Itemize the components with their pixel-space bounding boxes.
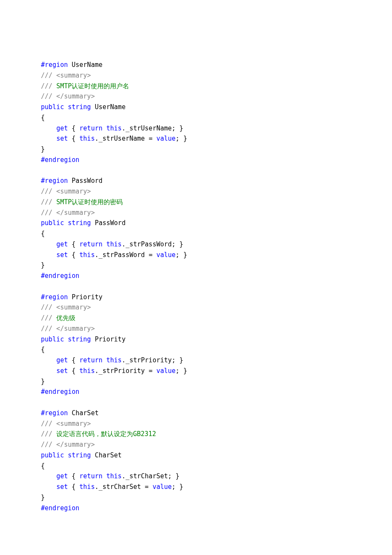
code-block: #region UserName /// <summary> /// SMTP认… — [41, 60, 392, 513]
code-document: #region UserName /// <summary> /// SMTP认… — [0, 0, 392, 555]
